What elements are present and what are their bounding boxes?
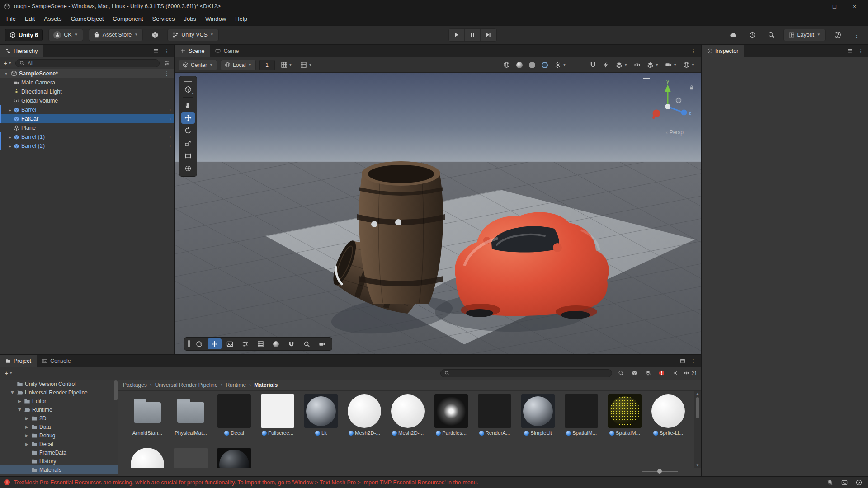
scroll-down-icon[interactable]: ▼ [696, 462, 699, 468]
overlay-sphere-button[interactable] [269, 338, 283, 349]
prefab-open-chevron[interactable]: › [169, 107, 171, 113]
status-message[interactable]: TextMesh Pro Essential Resources are mis… [14, 479, 821, 486]
snap-increment-button[interactable]: ▼ [298, 60, 314, 70]
hierarchy-item[interactable]: ▸ Directional Light [0, 87, 174, 96]
effects-dropdown[interactable]: ▼ [552, 60, 568, 70]
create-object-button[interactable]: +▼ [3, 60, 13, 67]
folder-tree-item[interactable]: ▶ Runtime [0, 405, 118, 414]
orientation-dropdown[interactable]: Local ▼ [221, 60, 256, 70]
asset-item[interactable]: RenderA... [474, 394, 515, 436]
scale-tool-button[interactable] [181, 137, 195, 149]
projection-toggle[interactable]: ‹ Persp [666, 129, 684, 136]
tab-project[interactable]: Project [0, 355, 37, 367]
prefab-open-chevron[interactable]: › [169, 143, 171, 149]
tab-console[interactable]: Console [37, 355, 76, 367]
menu-item[interactable]: GameObject [66, 13, 108, 25]
always-refresh-button[interactable] [600, 60, 612, 70]
pivot-mode-dropdown[interactable]: Center ▼ [179, 60, 217, 70]
asset-item[interactable] [213, 448, 255, 468]
package-manager-button[interactable] [148, 29, 162, 41]
overlay-search-button[interactable] [300, 338, 314, 349]
expand-arrow-icon[interactable]: ▸ [7, 108, 13, 113]
menu-item[interactable]: Window [201, 13, 231, 25]
transform-tool-button[interactable] [181, 163, 195, 174]
folder-tree-item[interactable]: ▶ Debug [0, 431, 118, 440]
asset-item[interactable]: Sprite-Li... [647, 394, 689, 436]
asset-item[interactable]: Particles... [430, 394, 472, 436]
menu-item[interactable]: File [2, 13, 20, 25]
dock-icon[interactable] [678, 357, 687, 366]
folder-tree-item[interactable]: ▶ Editor [0, 397, 118, 405]
search-filter-icon[interactable] [162, 59, 171, 68]
folder-tree-item[interactable]: ▶ Decal [0, 440, 118, 448]
menu-item[interactable]: Services [148, 13, 179, 25]
prefab-open-chevron[interactable]: › [169, 134, 171, 140]
panel-menu-icon[interactable]: ⋮ [856, 47, 865, 56]
help-button[interactable] [831, 29, 844, 41]
audio-toggle[interactable] [539, 60, 550, 70]
mute-notifications-icon[interactable] [825, 478, 835, 488]
expand-arrow-icon[interactable]: ▶ [10, 390, 15, 395]
panel-menu-icon[interactable]: ⋮ [689, 47, 698, 56]
hierarchy-item[interactable]: ▸ Barrel › [0, 105, 174, 114]
asset-item[interactable] [170, 448, 212, 468]
panel-menu-icon[interactable]: ⋮ [162, 47, 171, 56]
asset-item[interactable]: Decal [213, 394, 255, 436]
layers-dropdown[interactable]: ▼ [613, 60, 630, 70]
scene-viewport[interactable]: ▼ y [175, 73, 701, 354]
asset-item[interactable]: SimpleLit [517, 394, 559, 436]
breadcrumb-item[interactable]: Materials [254, 382, 278, 388]
dock-icon[interactable] [151, 47, 160, 56]
asset-item[interactable]: SpatialM... [561, 394, 602, 436]
hierarchy-item[interactable]: ▸ Global Volume [0, 96, 174, 105]
axis-x-handle[interactable] [653, 110, 660, 117]
asset-item[interactable]: Fullscree... [257, 394, 298, 436]
asset-store-dropdown[interactable]: Asset Store ▼ [89, 29, 143, 41]
slider-knob[interactable] [657, 469, 662, 474]
project-search-box[interactable] [440, 369, 612, 377]
cloud-button[interactable] [726, 29, 740, 41]
rotate-tool-button[interactable] [181, 125, 195, 136]
thumbnail-size-slider[interactable] [642, 469, 678, 474]
lighting-toggle[interactable] [527, 60, 538, 70]
draw-mode-button[interactable] [501, 60, 512, 70]
view-tool-button[interactable] [181, 99, 195, 111]
expand-arrow-icon[interactable]: ▶ [18, 407, 22, 412]
tool-context-button[interactable]: ▼ [181, 84, 195, 95]
maximize-button[interactable]: □ [825, 0, 844, 13]
hierarchy-item[interactable]: ▸ Barrel (1) › [0, 132, 174, 141]
asset-scrollbar[interactable]: ▲ ▼ [694, 391, 701, 468]
panel-menu-icon[interactable]: ⋮ [689, 357, 698, 366]
scrollbar-thumb[interactable] [696, 397, 699, 418]
expand-arrow-icon[interactable]: ▸ [4, 71, 9, 76]
search-by-label-icon[interactable] [643, 368, 653, 378]
project-search-input[interactable] [452, 370, 608, 376]
breadcrumb-item[interactable]: Packages [123, 382, 155, 388]
folder-tree-item[interactable]: ▶ Data [0, 422, 118, 431]
scene-visibility-button[interactable] [632, 60, 643, 70]
overlay-image-button[interactable] [223, 338, 237, 349]
pause-button[interactable] [465, 29, 481, 41]
overlay-drag-handle[interactable] [187, 340, 191, 347]
create-asset-button[interactable]: +▼ [4, 370, 14, 377]
expand-arrow-icon[interactable]: ▶ [24, 442, 29, 446]
folder-tree-item[interactable]: ▶ Unity Version Control [0, 380, 118, 388]
axis-y-label[interactable]: y [666, 79, 669, 84]
snap-button[interactable] [587, 60, 599, 70]
tab-hierarchy[interactable]: Hierarchy [0, 45, 43, 57]
hierarchy-item[interactable]: ▸ FatCar › [0, 114, 174, 123]
toolbar-more-button[interactable]: ⋮ [850, 29, 863, 41]
rect-tool-button[interactable] [181, 150, 195, 162]
folder-tree-item[interactable]: ▶ Materials [0, 465, 118, 474]
barrel-upright-object[interactable] [357, 161, 445, 304]
folder-tree-item[interactable]: ▶ FrameData [0, 448, 118, 457]
search-log-icon[interactable] [656, 368, 666, 378]
overlay-sliders-button[interactable] [238, 338, 252, 349]
menu-item[interactable]: Edit [20, 13, 39, 25]
grid-size-field[interactable]: 1 [259, 60, 275, 70]
folder-tree-item[interactable]: ▶ History [0, 457, 118, 465]
hierarchy-scene-row[interactable]: ▸ SampleScene* ⋮ [0, 69, 174, 78]
unity-version-badge[interactable]: Unity 6 [5, 29, 43, 41]
undo-history-button[interactable] [745, 29, 759, 41]
folder-tree-item[interactable]: ▶ 2D [0, 414, 118, 422]
